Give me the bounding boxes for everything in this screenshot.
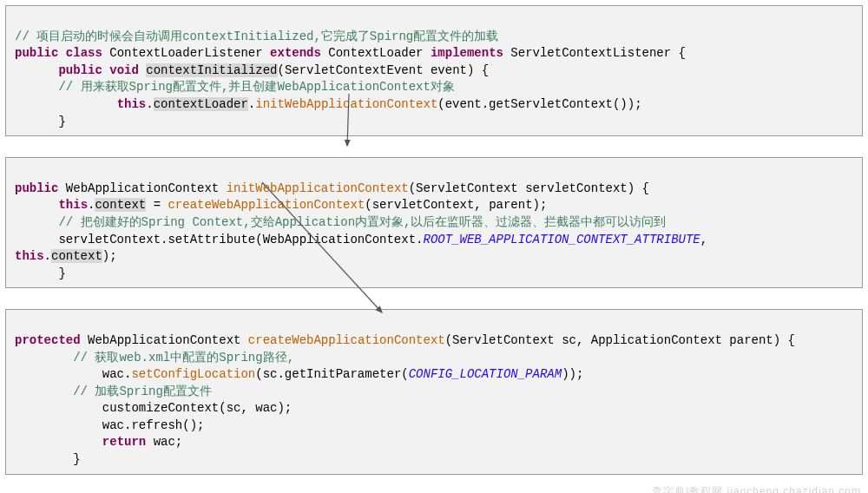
keyword-return: return <box>102 435 146 449</box>
return-type: WebApplicationContext <box>58 181 226 195</box>
method-decl: createWebApplicationContext <box>248 333 445 347</box>
constant: ROOT_WEB_APPLICATION_CONTEXT_ATTRIBUTE <box>423 233 700 246</box>
comment: // 获取web.xml中配置的Spring路径, <box>15 351 294 365</box>
brace: } <box>15 115 66 128</box>
highlighted-field: contextLoader <box>154 97 248 111</box>
call-args: (servletContext, parent); <box>365 198 547 212</box>
brace: } <box>15 266 66 280</box>
stmt: wac. <box>15 367 131 381</box>
stmt: wac.refresh(); <box>15 418 204 432</box>
superclass: ContextLoader <box>321 46 431 60</box>
method-params: (ServletContext sc, ApplicationContext p… <box>445 333 795 347</box>
keyword-protected: protected <box>15 333 81 347</box>
keyword-this: this <box>58 198 88 212</box>
keyword-class: class <box>66 46 102 60</box>
keyword-extends: extends <box>270 46 321 60</box>
stmt: customizeContext(sc, wac); <box>15 401 292 415</box>
brace: } <box>15 452 81 466</box>
method-call: initWebApplicationContext <box>255 97 437 111</box>
code-block-2: public WebApplicationContext initWebAppl… <box>5 157 863 288</box>
keyword-void: void <box>109 63 139 77</box>
class-name: ContextLoaderListener <box>102 46 270 60</box>
call-args: (event.getServletContext()); <box>437 97 641 111</box>
keyword-public: public <box>15 181 58 195</box>
keyword-this: this <box>117 97 147 111</box>
interface: ServletContextListener { <box>503 46 686 60</box>
code-block-3: protected WebApplicationContext createWe… <box>5 309 863 474</box>
watermark: 查字典|教程网 jiaocheng.chazidian.com <box>652 484 861 493</box>
keyword-implements: implements <box>431 46 503 60</box>
constant: CONFIG_LOCATION_PARAM <box>409 367 562 381</box>
highlighted-field: context <box>51 249 102 263</box>
code-block-1: // 项目启动的时候会自动调用contextInitialized,它完成了Sp… <box>5 5 863 136</box>
keyword-public: public <box>15 46 58 60</box>
comment: // 加载Spring配置文件 <box>15 385 212 398</box>
comment: // 项目启动的时候会自动调用contextInitialized,它完成了Sp… <box>15 30 498 43</box>
keyword-this: this <box>15 249 44 263</box>
stmt: servletContext.setAttribute(WebApplicati… <box>15 233 423 246</box>
highlighted-field: context <box>95 198 146 212</box>
method-call: createWebApplicationContext <box>168 198 365 212</box>
keyword-public: public <box>58 63 102 77</box>
comment: // 用来获取Spring配置文件,并且创建WebApplicationCont… <box>15 80 455 94</box>
return-type: WebApplicationContext <box>81 333 248 347</box>
comment: // 把创建好的Spring Context,交给Application内置对象… <box>15 215 666 229</box>
method-decl: initWebApplicationContext <box>227 181 409 195</box>
method-call: setConfigLocation <box>131 367 255 381</box>
highlighted-method: contextInitialized <box>146 63 277 77</box>
method-params: (ServletContextEvent event) { <box>278 63 490 77</box>
method-params: (ServletContext servletContext) { <box>409 181 649 195</box>
